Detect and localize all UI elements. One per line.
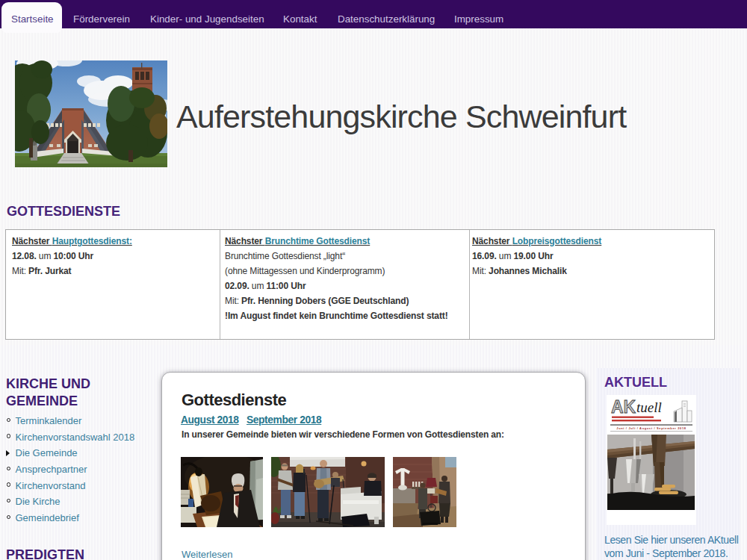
- svg-text:AK: AK: [611, 397, 636, 417]
- svg-text:Juni / Juli / August / Septemb: Juni / Juli / August / September 2018: [616, 426, 686, 430]
- svg-text:tuell: tuell: [636, 399, 662, 415]
